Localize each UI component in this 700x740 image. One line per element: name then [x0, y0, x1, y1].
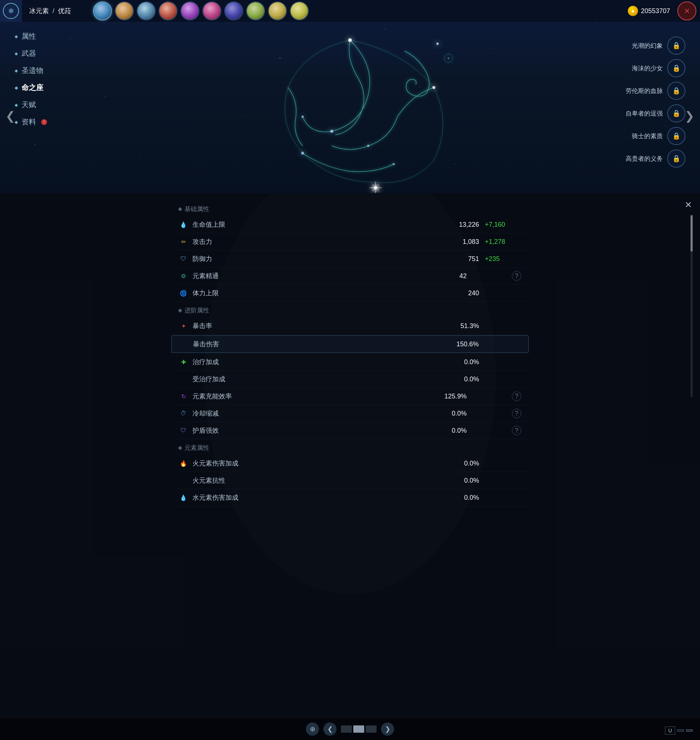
char-avatar-inner-5 — [181, 2, 199, 20]
constellation-item-6[interactable]: 高贵者的义务 🔒 — [626, 150, 685, 168]
char-avatar-inner-2 — [116, 2, 133, 20]
u-darker-box — [686, 730, 693, 732]
menu-item-info[interactable]: ◆ 资料 ! — [11, 115, 51, 129]
stat-value-stamina: 240 — [468, 289, 479, 297]
constellation-item-1[interactable]: 光潮的幻象 🔒 — [626, 37, 685, 55]
u-dark-box — [677, 730, 684, 732]
stat-value-er: 125.9% — [444, 393, 467, 400]
svg-point-5 — [301, 152, 304, 154]
char-avatar-7[interactable] — [224, 1, 243, 21]
u-label: U — [665, 727, 675, 734]
constellation-label-3: 劳伦斯的血脉 — [626, 87, 663, 95]
bottom-next-button[interactable]: ❯ — [381, 722, 394, 736]
char-avatar-5[interactable] — [181, 1, 199, 21]
top-navigation: ❄ 冰元素 / 优菈 — [0, 0, 700, 22]
char-avatar-2[interactable] — [115, 1, 134, 21]
stat-row-pyro-dmg: 🔥 火元素伤害加成 0.0% — [171, 455, 529, 472]
stat-value-heal-recv: 0.0% — [464, 376, 479, 383]
stat-name-def: 防御力 — [193, 254, 468, 263]
stat-name-em: 元素精通 — [193, 272, 459, 280]
svg-point-0 — [348, 38, 352, 42]
stat-icon-stamina: 🌀 — [179, 288, 188, 298]
stat-value-def: 751 — [468, 255, 479, 263]
svg-point-6 — [393, 163, 395, 165]
stat-icon-pyro-dmg: 🔥 — [179, 458, 188, 468]
char-avatar-8[interactable] — [246, 1, 265, 21]
nav-title: 冰元素 / 优菈 — [22, 7, 78, 15]
constellation-item-5[interactable]: 骑士的素质 🔒 — [626, 127, 685, 145]
stat-row-crit-dmg: 暴击伤害 150.6% — [171, 335, 529, 353]
left-menu: ◆ 属性 ◆ 武器 ◆ 圣遗物 ◆ 命之座 ◆ 天赋 ◆ 资料 ! — [11, 29, 51, 129]
menu-item-attributes[interactable]: ◆ 属性 — [11, 29, 51, 43]
stat-help-shield[interactable]: ? — [512, 426, 521, 435]
constellation-lock-5: 🔒 — [667, 127, 685, 145]
stat-name-cd-reduce: 冷却缩减 — [193, 409, 452, 418]
char-avatar-9[interactable] — [268, 1, 287, 21]
menu-label-constellation: 命之座 — [22, 83, 43, 92]
stat-row-shield: 🛡 护盾强效 0.0% ? — [171, 422, 529, 439]
stats-panel: ✕ 基础属性 💧 生命值上限 13,226 +7,160 ✏ 攻击力 1,083… — [0, 193, 700, 740]
constellation-item-4[interactable]: 自卑者的逞强 🔒 — [626, 104, 685, 122]
char-avatar-1[interactable] — [93, 1, 112, 21]
page-indicator-3 — [366, 725, 376, 733]
stat-row-cd-reduce: ⏱ 冷却缩减 0.0% ? — [171, 405, 529, 422]
stat-help-cd-reduce[interactable]: ? — [512, 409, 521, 418]
constellation-label-5: 骑士的素质 — [632, 132, 663, 140]
svg-point-1 — [432, 86, 435, 89]
nav-arrow-right[interactable]: ❯ — [685, 109, 694, 123]
constellation-label-6: 高贵者的义务 — [626, 154, 663, 163]
stat-icon-heal: ✚ — [179, 357, 188, 367]
stat-icon-atk: ✏ — [179, 237, 188, 247]
stat-bonus-def: +235 — [485, 255, 521, 263]
stat-row-def: 🛡 防御力 751 +235 — [171, 250, 529, 267]
stat-name-shield: 护盾强效 — [193, 426, 452, 435]
stat-icon-crit-rate: ✦ — [179, 321, 188, 330]
constellation-item-3[interactable]: 劳伦斯的血脉 🔒 — [626, 82, 685, 100]
nav-arrow-left[interactable]: ❮ — [6, 109, 15, 123]
stat-row-hp: 💧 生命值上限 13,226 +7,160 — [171, 216, 529, 233]
bottom-add-button[interactable]: ⊕ — [306, 722, 319, 736]
stat-value-hydro-dmg: 0.0% — [464, 494, 479, 502]
scrollbar-thumb[interactable] — [691, 215, 693, 251]
svg-point-15 — [437, 43, 438, 44]
stat-value-atk: 1,083 — [463, 238, 479, 246]
stat-icon-heal-recv — [179, 374, 188, 384]
menu-diamond-artifacts: ◆ — [15, 68, 18, 73]
menu-item-weapon[interactable]: ◆ 武器 — [11, 46, 51, 60]
svg-point-17 — [448, 57, 449, 59]
char-avatar-3[interactable] — [137, 1, 156, 21]
menu-diamond-attributes: ◆ — [15, 34, 18, 39]
menu-item-talent[interactable]: ◆ 天赋 — [11, 98, 51, 112]
char-avatar-inner-4 — [159, 2, 177, 20]
character-list — [93, 1, 309, 21]
stats-close-button[interactable]: ✕ — [680, 197, 696, 213]
nav-close-button[interactable]: ✕ — [677, 1, 696, 21]
constellation-lock-1: 🔒 — [667, 37, 685, 55]
constellation-lock-6: 🔒 — [667, 150, 685, 168]
stat-value-crit-rate: 51.3% — [460, 322, 479, 330]
menu-item-artifacts[interactable]: ◆ 圣遗物 — [11, 63, 51, 78]
stat-value-heal: 0.0% — [464, 358, 479, 366]
stat-help-em[interactable]: ? — [512, 271, 521, 281]
nav-logo: ❄ — [0, 0, 22, 22]
stat-value-pyro-res: 0.0% — [464, 477, 479, 485]
menu-diamond-weapon: ◆ — [15, 51, 18, 56]
stat-row-hydro-dmg: 💧 水元素伤害加成 0.0% — [171, 489, 529, 507]
constellation-label-2: 海沫的少女 — [632, 64, 663, 72]
stat-help-er[interactable]: ? — [512, 392, 521, 401]
stat-value-shield: 0.0% — [452, 427, 467, 435]
stats-scrollbar[interactable] — [691, 215, 693, 397]
constellation-label-1: 光潮的幻象 — [632, 41, 663, 50]
menu-item-constellation[interactable]: ◆ 命之座 — [11, 81, 51, 95]
char-avatar-10[interactable] — [290, 1, 309, 21]
stat-row-heal-recv: 受治疗加成 0.0% — [171, 371, 529, 388]
char-avatar-4[interactable] — [159, 1, 178, 21]
stat-name-atk: 攻击力 — [193, 237, 463, 246]
char-avatar-6[interactable] — [202, 1, 221, 21]
constellation-lock-2: 🔒 — [667, 59, 685, 77]
stat-name-er: 元素充能效率 — [193, 392, 444, 401]
constellation-item-2[interactable]: 海沫的少女 🔒 — [626, 59, 685, 77]
char-avatar-inner-9 — [269, 2, 286, 20]
constellation-artwork — [222, 22, 478, 193]
bottom-prev-button[interactable]: ❮ — [324, 722, 337, 736]
